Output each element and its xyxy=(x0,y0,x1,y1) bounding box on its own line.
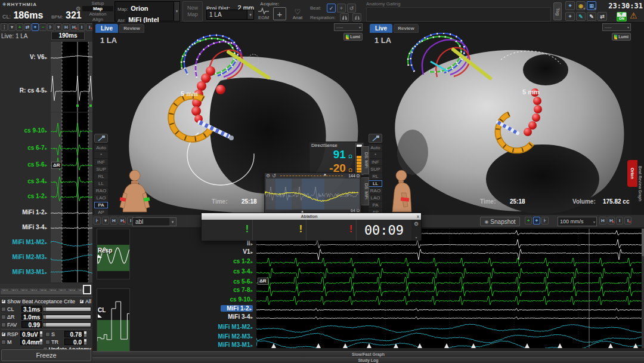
orientation-button-auto[interactable]: Auto xyxy=(369,144,382,151)
ablation-settings-strip[interactable]: ⚙ ▾ xyxy=(411,220,421,241)
close-icon[interactable]: x xyxy=(417,214,421,219)
timeline-scrollbar[interactable] xyxy=(1,291,82,294)
orientation-button-lao[interactable]: LAO xyxy=(369,195,382,201)
anatomy-selector[interactable]: 1 LA ▾ xyxy=(206,10,254,20)
channel-label-cs-3-4[interactable]: cs 3-4▸ xyxy=(233,268,253,275)
channel-label-cs-5-6[interactable]: cs 5-6▸ xyxy=(27,161,47,168)
nav-item-ablation[interactable]: Ablation xyxy=(82,11,113,17)
signal-icon[interactable]: ~ xyxy=(39,23,47,31)
orientation-button-inf[interactable]: INF xyxy=(369,159,382,165)
channel-label-mifi-1-2[interactable]: MiFi 1-2▸ xyxy=(221,305,253,312)
all-checkbox[interactable] xyxy=(79,299,84,304)
dropdown-icon[interactable]: ▾ xyxy=(8,23,16,31)
orientation-button-rao[interactable]: RAO xyxy=(94,187,108,194)
add-point-icon[interactable]: + xyxy=(525,217,532,224)
ablation-popup[interactable]: Ablation x ! ! ! 00:09 ⚙ ▾ xyxy=(201,213,422,240)
channel-label-mifi-m1-m2[interactable]: MiFi M1-M2▸ xyxy=(13,239,47,245)
channel-label-cs-3-4[interactable]: cs 3-4▸ xyxy=(27,178,47,184)
cl-panel[interactable]: CL xyxy=(97,288,130,351)
location-on-badge[interactable]: ➤ ON xyxy=(617,12,627,21)
delete-i-caliper-icon[interactable]: I× xyxy=(624,217,631,224)
pin-icon[interactable]: ⌖ xyxy=(533,217,540,224)
channel-label-cs-6-7[interactable]: cs 6-7▸ xyxy=(27,144,47,151)
channel-label-v-v6[interactable]: V: V6▸ xyxy=(30,54,47,60)
nav-item-map[interactable]: Map xyxy=(82,6,113,11)
right-view-tab-review[interactable]: Review xyxy=(394,24,419,33)
caliper-icon[interactable]: ⊦ xyxy=(541,217,549,224)
warning-icon[interactable]: ⚠ xyxy=(630,11,637,20)
nav-item-align[interactable]: Align xyxy=(82,17,113,22)
pan-icon[interactable]: ⇄ xyxy=(24,23,31,31)
lungs-icon-button-2[interactable] xyxy=(352,13,361,21)
orientation-button-sup[interactable]: SUP xyxy=(94,166,108,173)
ruler-icon-button[interactable]: ⇄ xyxy=(597,12,607,21)
cursor-menu-icon[interactable]: ⋮ xyxy=(1,23,8,31)
caliper-icon[interactable]: ⊦ xyxy=(94,217,101,224)
beat-review-graph-tab[interactable]: Beat Review Graph xyxy=(638,166,642,201)
orientation-button-inf[interactable]: INF xyxy=(94,159,108,165)
layout-icon-button[interactable]: ⊞▾ xyxy=(587,1,596,10)
waveform-scrollbar[interactable] xyxy=(642,229,644,348)
channel-label-mifi-m2-m3[interactable]: MiFi M2-M3▸ xyxy=(218,333,253,340)
left-view-selector[interactable]: ----- ▾ xyxy=(334,23,363,31)
beat-timeline[interactable]: 251125122513251425152516251725182519 xyxy=(0,284,92,296)
dropdown-icon[interactable]: ▾ xyxy=(55,23,62,31)
show-i-caliper-icon[interactable]: I xyxy=(616,217,623,224)
S-checkbox[interactable] xyxy=(45,332,50,337)
orientation-button-lao[interactable]: LAO xyxy=(94,195,108,201)
left-view-tool-button[interactable] xyxy=(94,134,108,143)
ds-mifi-tab-1[interactable]: DS: MiFi xyxy=(361,146,369,174)
orientation-button-star[interactable]: * xyxy=(94,152,108,158)
TR-checkbox[interactable] xyxy=(45,340,50,344)
right-view-tab-live[interactable]: Live xyxy=(370,24,392,33)
show-criteria-checkbox[interactable] xyxy=(1,299,6,304)
caliper-icon[interactable]: ⊦ xyxy=(47,23,54,31)
egm-button[interactable]: EGM xyxy=(255,6,272,21)
undo-icon[interactable]: ↺ xyxy=(272,173,276,179)
channel-label-mifi-3-4[interactable]: MiFi 3-4▸ xyxy=(22,224,47,230)
ΔR-checkbox[interactable] xyxy=(1,315,6,319)
FAV-checkbox[interactable] xyxy=(1,322,6,327)
orion-tab[interactable]: Orion xyxy=(627,160,637,187)
channel-label-mifi-m3-m1[interactable]: MiFi M3-M1▸ xyxy=(218,342,253,348)
chevron-down-icon[interactable]: ▾ xyxy=(415,235,417,239)
pen-icon-button[interactable]: ✎ xyxy=(587,12,596,21)
new-map-button[interactable]: New Map xyxy=(182,1,203,21)
slow-fast-graph-bar[interactable]: Slow/Fast Graph xyxy=(92,351,644,357)
scalpel-icon-button[interactable]: ✎ xyxy=(576,12,586,21)
channel-label-mifi-m2-m3[interactable]: MiFi M2-M3▸ xyxy=(13,254,47,260)
channel-label-cs-1-2[interactable]: cs 1-2▸ xyxy=(27,193,47,199)
beat-gate-reset-button[interactable]: ↺ xyxy=(347,4,356,13)
acquire-point-button[interactable]: + xyxy=(273,7,286,20)
ΔR-slider[interactable] xyxy=(43,315,91,319)
beat-gate-check-button[interactable]: ✓ xyxy=(327,4,336,13)
nav-item-setup[interactable]: Setup xyxy=(82,1,113,6)
pin-beat-icon[interactable]: ⌖ xyxy=(32,23,39,31)
left-view-tab-review[interactable]: Review xyxy=(119,24,144,33)
channel-label-cs-1-2[interactable]: cs 1-2▸ xyxy=(233,258,253,264)
orientation-button-ll[interactable]: LL xyxy=(94,180,108,187)
orientation-button-sup[interactable]: SUP xyxy=(369,166,382,173)
directsense-graph-window[interactable]: ⚙ ↺ ▼ 144 Ω 64 Ω ▲ xyxy=(264,173,361,214)
CL-slider[interactable] xyxy=(43,307,91,312)
right-view-selector[interactable]: ----- ▾ xyxy=(602,23,631,31)
orientation-button-rl[interactable]: RL xyxy=(369,173,382,180)
palette-icon-button[interactable]: ◉▾ xyxy=(576,1,586,10)
CL-checkbox[interactable] xyxy=(1,307,6,312)
gear-icon[interactable]: ⚙ xyxy=(266,173,270,179)
study-log-bar[interactable]: Study Log xyxy=(92,357,644,363)
orientation-button-star[interactable]: * xyxy=(369,152,382,158)
RSP-checkbox[interactable] xyxy=(1,332,6,337)
delete-h-caliper-icon[interactable]: H× xyxy=(70,23,78,31)
channel-label-cs-7-8[interactable]: cs 7-8▸ xyxy=(233,287,253,293)
tag-tab[interactable]: Tag xyxy=(553,2,562,20)
bottom-waveform-area[interactable] xyxy=(256,229,642,348)
delete-h-caliper-icon[interactable]: H× xyxy=(119,217,126,224)
gear-icon[interactable]: ⚙ xyxy=(76,5,81,12)
orientation-button-ll[interactable]: LL xyxy=(369,180,382,187)
right-view-tool-button[interactable] xyxy=(369,134,382,143)
show-h-caliper-icon[interactable]: H xyxy=(63,23,70,31)
orientation-button-pa[interactable]: PA xyxy=(369,202,382,208)
map-selector-box[interactable]: Map: Orion Abl: MiFi (Intel ▾ xyxy=(114,1,180,21)
channel-label-mifi-3-4[interactable]: MiFi 3-4▸ xyxy=(228,313,253,320)
